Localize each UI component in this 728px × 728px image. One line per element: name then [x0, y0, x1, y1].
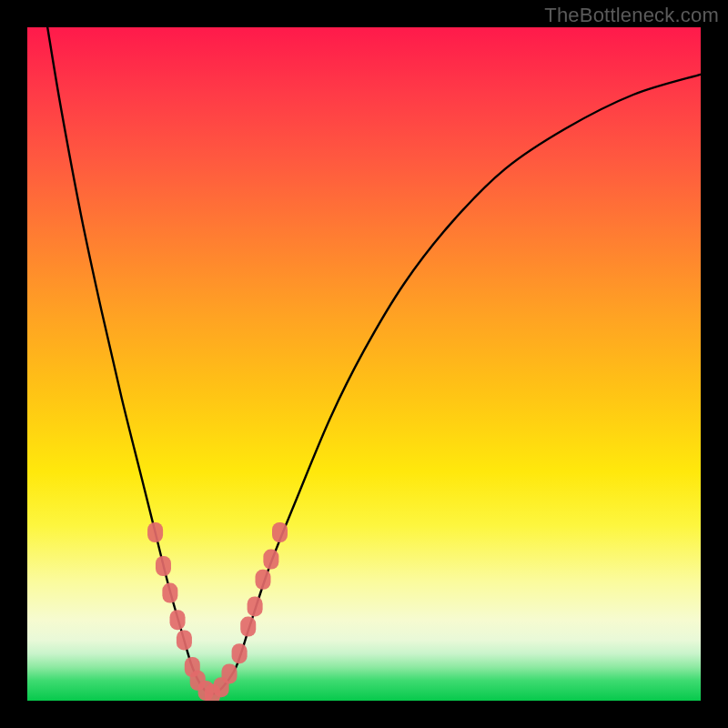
- watermark-text: TheBottleneck.com: [544, 4, 719, 27]
- svg-rect-15: [263, 550, 278, 570]
- svg-rect-4: [177, 630, 192, 650]
- svg-rect-1: [156, 556, 171, 576]
- plot-area: [27, 27, 701, 701]
- chart-frame: TheBottleneck.com: [0, 0, 728, 728]
- svg-rect-2: [162, 583, 177, 603]
- svg-rect-11: [232, 643, 248, 663]
- svg-rect-14: [256, 570, 271, 590]
- bottleneck-curve: [47, 27, 701, 694]
- marker-dots: [147, 522, 288, 701]
- svg-rect-13: [248, 596, 263, 616]
- svg-rect-0: [147, 522, 163, 542]
- svg-rect-16: [272, 522, 288, 542]
- svg-rect-3: [170, 610, 186, 630]
- svg-rect-12: [240, 617, 256, 637]
- curve-layer: [27, 27, 701, 701]
- svg-rect-10: [222, 663, 238, 683]
